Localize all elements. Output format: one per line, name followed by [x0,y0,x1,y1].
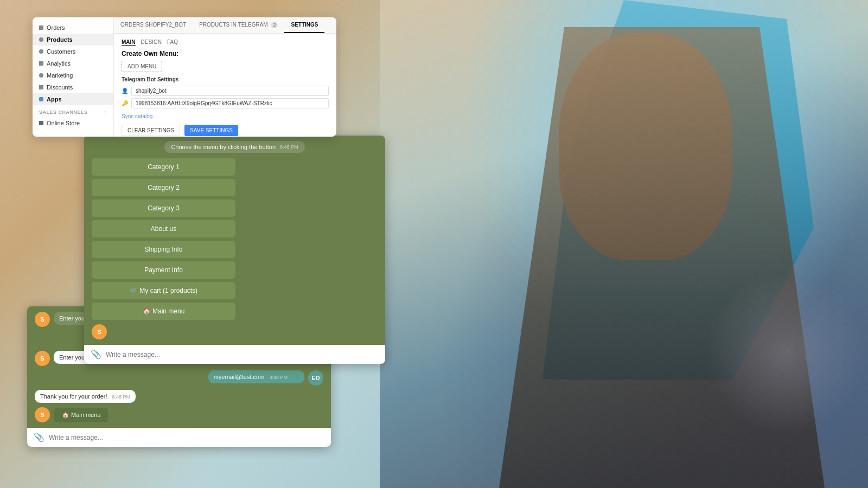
upper-avatar-s: S [92,324,107,339]
add-sales-channel-button[interactable]: + [103,108,107,116]
telegram-chat-upper: Choose the menu by clicking the button 8… [84,136,385,364]
bubble-thank-you: Thank you for your order! 8:48 PM [35,390,136,403]
orders-icon [39,25,43,30]
menu-buttons-grid: Category 1 Category 2 Category 3 About u… [92,158,378,320]
lower-message-input[interactable] [49,434,324,441]
shopify-admin-panel: Orders Products Customers Analytics Mark… [33,17,336,137]
shopify-sidebar: Orders Products Customers Analytics Mark… [33,17,114,137]
upper-input-bar: 📎 [84,345,385,364]
menu-btn-main-menu[interactable]: 🏠 Main menu [92,303,235,320]
sidebar-item-marketing[interactable]: Marketing [33,69,113,81]
analytics-icon [39,61,43,66]
sidebar-item-apps[interactable]: Apps [33,93,113,105]
sidebar-item-online-store[interactable]: Online Store [33,117,113,129]
chat-row-4: ED myemail@test.com 8:48 PM ✓✓ [35,370,323,386]
main-menu-button-lower[interactable]: 🏠 Main menu [54,408,108,422]
menu-btn-about-us[interactable]: About us [92,220,235,237]
check-marks: ✓✓ [290,375,299,380]
add-menu-button[interactable]: ADD MENU [122,61,162,72]
menu-btn-shipping[interactable]: Shipping Info [92,241,235,258]
admin-settings-content: MAIN DESIGN FAQ Create Own Menu: ADD MEN… [114,34,336,137]
products-badge: 2 [271,22,278,28]
apps-icon [39,97,43,101]
sub-tabs: MAIN DESIGN FAQ [122,39,329,46]
avatar-s-3: S [35,351,50,366]
token-input[interactable] [131,98,329,108]
system-message-row: Choose the menu by clicking the button 8… [92,141,378,153]
sync-catalog-link[interactable]: Sync catalog [122,113,152,119]
sidebar-item-orders[interactable]: Orders [33,22,113,34]
menu-btn-cart[interactable]: 🛒 My cart (1 products) [92,282,235,299]
person-icon: 👤 [122,88,128,94]
bubble-time-5: 8:48 PM [112,394,131,400]
upper-message-input[interactable] [106,351,379,358]
menu-btn-category3[interactable]: Category 3 [92,200,235,217]
menu-btn-category1[interactable]: Category 1 [92,158,235,176]
create-menu-label: Create Own Menu: [122,50,329,57]
tab-settings[interactable]: SETTINGS [284,17,324,33]
menu-btn-category2[interactable]: Category 2 [92,179,235,196]
bubble-time-4: 8:48 PM [269,375,288,380]
subtab-design[interactable]: DESIGN [141,39,162,46]
online-store-icon [39,121,43,125]
tab-products-telegram[interactable]: PRODUCTS IN TELEGRAM 2 [193,17,284,33]
bubble-email: myemail@test.com 8:48 PM ✓✓ [208,370,304,383]
products-icon [39,37,43,42]
bot-name-row: 👤 [122,86,329,96]
subtab-faq[interactable]: FAQ [167,39,178,46]
lower-input-bar: 📎 [27,428,331,447]
discounts-icon [39,85,43,89]
tab-orders[interactable]: ORDERS SHOPIFY2_BOT [114,17,193,33]
settings-actions: CLEAR SETTINGS SAVE SETTINGS [122,125,329,136]
sidebar-item-analytics[interactable]: Analytics [33,57,113,69]
admin-tabs: ORDERS SHOPIFY2_BOT PRODUCTS IN TELEGRAM… [114,17,336,34]
subtab-main[interactable]: MAIN [122,39,136,46]
avatar-s-lower: S [35,407,50,422]
system-message-bubble: Choose the menu by clicking the button 8… [164,141,304,153]
token-row: 🔑 [122,98,329,108]
ai-illustration-panel [380,0,868,488]
sidebar-item-products[interactable]: Products [33,34,113,46]
attach-icon[interactable]: 📎 [91,349,101,359]
sidebar-item-customers[interactable]: Customers [33,46,113,57]
sidebar-item-discounts[interactable]: Discounts [33,81,113,93]
upper-chat-area: Choose the menu by clicking the button 8… [84,136,385,345]
marketing-icon [39,73,43,78]
cloud-decoration [705,271,868,434]
avatar-s-1: S [35,312,50,327]
customers-icon [39,49,43,54]
clear-settings-button[interactable]: CLEAR SETTINGS [122,125,180,136]
save-settings-button[interactable]: SAVE SETTINGS [184,125,238,136]
system-message-time: 8:46 PM [280,144,298,150]
attach-icon-lower[interactable]: 📎 [34,432,44,442]
avatar-ed-4: ED [308,370,323,386]
sales-channels-header: SALES CHANNELS + [33,105,113,117]
menu-btn-payment[interactable]: Payment Info [92,261,235,279]
shopify-main-content: ORDERS SHOPIFY2_BOT PRODUCTS IN TELEGRAM… [114,17,336,137]
system-message-text: Choose the menu by clicking the button [171,144,276,150]
telegram-settings-label: Telegram Bot Settings [122,76,329,82]
key-icon: 🔑 [122,100,128,106]
chat-row-5: Thank you for your order! 8:48 PM [35,390,323,403]
bot-name-input[interactable] [131,86,329,96]
